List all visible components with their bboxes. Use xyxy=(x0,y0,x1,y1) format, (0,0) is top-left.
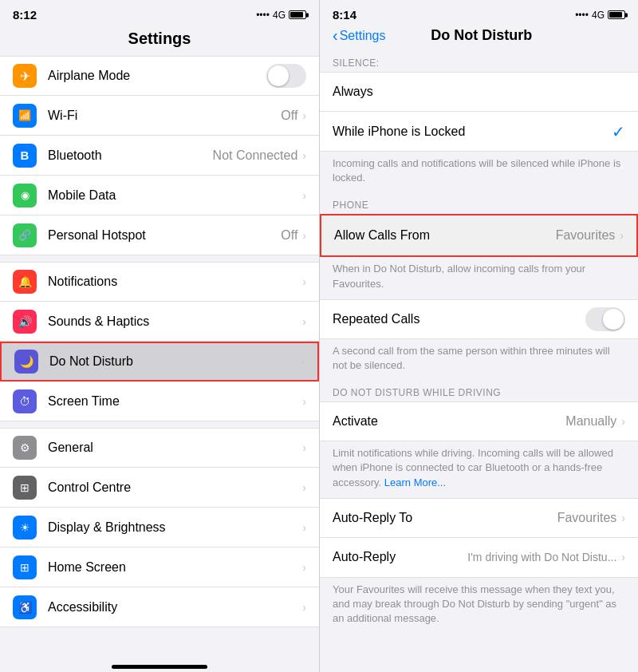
bluetooth-value: Not Connected xyxy=(213,148,298,163)
home-indicator xyxy=(112,665,207,669)
hotspot-label: Personal Hotspot xyxy=(48,228,281,243)
back-label: Settings xyxy=(340,29,386,43)
auto-reply-value: I'm driving with Do Not Distu... xyxy=(396,551,616,563)
settings-row-dnd[interactable]: 🌙 Do Not Disturb › xyxy=(0,342,319,381)
settings-row-mobile-data[interactable]: ◉ Mobile Data › xyxy=(0,176,319,215)
bluetooth-chevron: › xyxy=(302,149,306,162)
left-page-title: Settings xyxy=(0,26,319,56)
control-centre-chevron: › xyxy=(302,481,306,494)
repeated-calls-toggle[interactable] xyxy=(585,307,625,331)
settings-row-wifi[interactable]: 📶 Wi-Fi Off › xyxy=(0,96,319,136)
activate-label: Activate xyxy=(333,414,565,429)
accessibility-chevron: › xyxy=(302,601,306,614)
auto-reply-label: Auto-Reply xyxy=(333,550,396,564)
settings-group-1: ✈ Airplane Mode 📶 Wi-Fi Off › B Bluetoot… xyxy=(0,56,319,255)
hotspot-icon: 🔗 xyxy=(13,223,37,247)
right-status-icons: •••• 4G xyxy=(575,10,625,21)
settings-row-airplane[interactable]: ✈ Airplane Mode xyxy=(0,56,319,96)
notifications-icon: 🔔 xyxy=(13,270,37,294)
settings-group-2: 🔔 Notifications › 🔊 Sounds & Haptics › 🌙… xyxy=(0,262,319,421)
bluetooth-icon: B xyxy=(13,144,37,168)
left-panel: 8:12 •••• 4G Settings ✈ Airplane Mode 📶 … xyxy=(0,0,319,672)
dnd-content: SILENCE: Always While iPhone is Locked ✓… xyxy=(320,51,638,672)
mobile-data-chevron: › xyxy=(302,189,306,202)
repeated-calls-label: Repeated Calls xyxy=(333,312,585,326)
dnd-row-locked[interactable]: While iPhone is Locked ✓ xyxy=(320,112,638,152)
mobile-data-icon: ◉ xyxy=(13,184,37,208)
notifications-chevron: › xyxy=(302,275,306,288)
back-chevron-icon: ‹ xyxy=(333,26,338,45)
notifications-label: Notifications xyxy=(48,275,302,289)
general-icon: ⚙ xyxy=(13,436,37,460)
control-centre-label: Control Centre xyxy=(48,480,302,495)
right-page-title: Do Not Disturb xyxy=(385,27,577,44)
dnd-row-always[interactable]: Always xyxy=(320,72,638,112)
auto-reply-to-chevron: › xyxy=(621,512,625,524)
wifi-chevron: › xyxy=(302,109,306,122)
dnd-row-activate[interactable]: Activate Manually › xyxy=(320,401,638,441)
settings-row-screen-time[interactable]: ⏱ Screen Time › xyxy=(0,381,319,421)
back-button[interactable]: ‹ Settings xyxy=(333,26,385,45)
general-label: General xyxy=(48,441,302,455)
home-screen-chevron: › xyxy=(302,561,306,574)
wifi-icon: 📶 xyxy=(13,104,37,128)
airplane-icon: ✈ xyxy=(13,64,37,88)
settings-row-home-screen[interactable]: ⊞ Home Screen › xyxy=(0,547,319,587)
left-status-bar: 8:12 •••• 4G xyxy=(0,0,319,26)
left-status-icons: •••• 4G xyxy=(256,10,306,21)
dnd-icon: 🌙 xyxy=(14,350,38,374)
settings-row-hotspot[interactable]: 🔗 Personal Hotspot Off › xyxy=(0,215,319,255)
settings-row-bluetooth[interactable]: B Bluetooth Not Connected › xyxy=(0,136,319,176)
display-icon: ☀ xyxy=(13,516,37,540)
screen-time-icon: ⏱ xyxy=(13,389,37,413)
signal-icon: •••• xyxy=(256,10,270,21)
right-nav: ‹ Settings Do Not Disturb xyxy=(320,26,638,51)
screen-time-label: Screen Time xyxy=(48,394,302,409)
hotspot-chevron: › xyxy=(302,229,306,242)
settings-row-notifications[interactable]: 🔔 Notifications › xyxy=(0,262,319,302)
driving-description: Limit notifications while driving. Incom… xyxy=(320,441,638,498)
allow-calls-chevron: › xyxy=(620,229,624,242)
settings-list: ✈ Airplane Mode 📶 Wi-Fi Off › B Bluetoot… xyxy=(0,56,319,658)
activate-chevron: › xyxy=(621,415,625,428)
dnd-driving-header: DO NOT DISTURB WHILE DRIVING xyxy=(320,381,638,401)
right-signal-icon: •••• xyxy=(575,10,589,21)
right-network-icon: 4G xyxy=(592,10,605,21)
settings-group-3: ⚙ General › ⊞ Control Centre › ☀ Display… xyxy=(0,428,319,627)
locked-checkmark: ✓ xyxy=(612,122,625,141)
learn-more-link[interactable]: Learn More... xyxy=(384,476,446,488)
settings-row-control-centre[interactable]: ⊞ Control Centre › xyxy=(0,468,319,508)
bluetooth-label: Bluetooth xyxy=(48,148,213,163)
settings-row-accessibility[interactable]: ♿ Accessibility › xyxy=(0,587,319,627)
airplane-label: Airplane Mode xyxy=(48,69,266,83)
right-panel: 8:14 •••• 4G ‹ Settings Do Not Disturb S… xyxy=(319,0,638,672)
auto-reply-to-label: Auto-Reply To xyxy=(333,511,557,525)
dnd-row-auto-reply[interactable]: Auto-Reply I'm driving with Do Not Distu… xyxy=(320,538,638,578)
locked-description: Incoming calls and notifications will be… xyxy=(320,152,638,193)
silence-header: SILENCE: xyxy=(320,51,638,72)
wifi-value: Off xyxy=(281,109,297,123)
right-time: 8:14 xyxy=(333,8,356,22)
settings-row-general[interactable]: ⚙ General › xyxy=(0,428,319,468)
auto-reply-description: Your Favourites will receive this messag… xyxy=(320,578,638,634)
activate-value: Manually xyxy=(565,414,616,429)
dnd-row-auto-reply-to[interactable]: Auto-Reply To Favourites › xyxy=(320,498,638,538)
allow-calls-row[interactable]: Allow Calls From Favourites › xyxy=(320,214,638,257)
network-icon: 4G xyxy=(273,10,286,21)
locked-label: While iPhone is Locked xyxy=(333,125,612,139)
settings-row-sounds[interactable]: 🔊 Sounds & Haptics › xyxy=(0,302,319,342)
sounds-label: Sounds & Haptics xyxy=(48,314,302,329)
home-screen-icon: ⊞ xyxy=(13,555,37,579)
display-label: Display & Brightness xyxy=(48,520,302,535)
dnd-row-repeated-calls[interactable]: Repeated Calls xyxy=(320,299,638,339)
wifi-label: Wi-Fi xyxy=(48,109,281,123)
settings-row-display[interactable]: ☀ Display & Brightness › xyxy=(0,508,319,547)
phone-header: PHONE xyxy=(320,193,638,214)
repeated-calls-description: A second call from the same person withi… xyxy=(320,339,638,381)
allow-calls-label: Allow Calls From xyxy=(334,228,556,243)
left-time: 8:12 xyxy=(13,8,37,22)
airplane-toggle[interactable] xyxy=(266,64,306,88)
right-status-bar: 8:14 •••• 4G xyxy=(320,0,638,26)
mobile-data-label: Mobile Data xyxy=(48,188,302,203)
allow-calls-value: Favourites xyxy=(556,228,616,243)
